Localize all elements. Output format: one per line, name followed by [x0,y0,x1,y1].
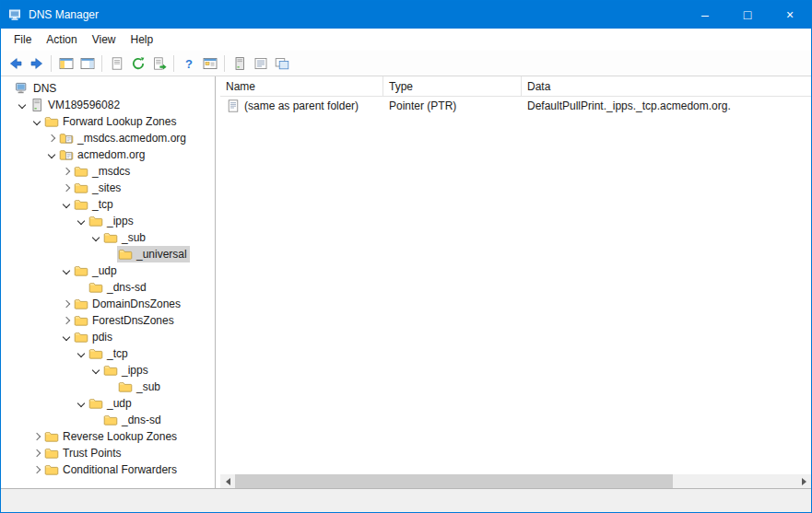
minimize-button[interactable]: – [684,1,726,29]
tree-item[interactable]: _msdcs [1,163,215,180]
chevron-down-icon[interactable] [30,113,43,130]
tree-item[interactable]: _tcp [1,196,215,213]
close-button[interactable]: × [769,1,811,29]
tree-item-label: VM189596082 [48,99,120,111]
chevron-down-icon[interactable] [60,329,73,345]
tree-item[interactable]: _sub [1,379,215,395]
tree-indent [1,437,30,437]
back-icon[interactable] [5,52,26,74]
tree-item-label: _universal [136,248,187,261]
tree-item[interactable]: _udp [1,262,215,279]
refresh-icon[interactable] [127,52,148,74]
scroll-right-button[interactable] [796,474,811,488]
scroll-left-button[interactable] [220,474,235,488]
tree-item[interactable]: _msdcs.acmedom.org [1,130,215,146]
chevron-down-icon[interactable] [60,196,73,213]
tree-item[interactable]: Forward Lookup Zones [1,113,215,130]
tree-item-content: Conditional Forwarders [43,461,180,478]
column-header-name[interactable]: Name [220,76,383,96]
tree-item[interactable]: _ipps [1,362,215,379]
tree-item[interactable]: acmedom.org [1,146,215,163]
tree-item[interactable]: pdis [1,329,215,345]
chevron-right-icon[interactable] [60,312,73,329]
titlebar[interactable]: DNS Manager –□× [1,1,811,29]
help-icon[interactable]: ? [178,52,199,74]
menu-help[interactable]: Help [124,29,161,50]
tree-item-label: _sites [92,181,121,194]
chevron-down-icon[interactable] [75,395,88,412]
console-window-icon[interactable] [199,52,220,74]
tree-item[interactable]: _dns-sd [1,412,215,428]
column-header-type[interactable]: Type [383,76,522,96]
chevron-down-icon[interactable] [16,97,29,113]
maximize-button[interactable]: □ [726,1,769,29]
tree-item[interactable]: _sub [1,229,215,246]
folder-icon [103,363,118,378]
show-hide-tree-icon[interactable] [55,52,76,74]
menu-action[interactable]: Action [39,29,84,50]
forward-icon[interactable] [26,52,47,74]
chevron-down-icon[interactable] [45,146,58,163]
server-status-icon[interactable] [229,52,250,74]
tree-item[interactable]: Trust Points [1,445,215,461]
tree-item-label: _dns-sd [122,414,161,426]
chevron-right-icon[interactable] [60,163,73,180]
tree-item[interactable]: ForestDnsZones [1,312,215,329]
tree-item[interactable]: _universal [1,246,215,262]
menu-file[interactable]: File [6,29,39,50]
scrollbar-thumb[interactable] [235,474,673,488]
folder-icon [44,462,59,477]
export-list-icon[interactable] [148,52,170,74]
chevron-right-icon[interactable] [45,130,58,146]
tree-item[interactable]: Reverse Lookup Zones [1,428,215,445]
list-row[interactable]: (same as parent folder)Pointer (PTR)Defa… [220,97,811,114]
cell-name-text: (same as parent folder) [244,99,359,112]
tree-item-label: ForestDnsZones [92,314,174,327]
tree-indent [1,287,75,288]
tree-item-label: _sub [122,231,146,244]
tree-item-content: _dns-sd [88,279,149,296]
tree-item[interactable]: _ipps [1,213,215,229]
tree-item-label: Forward Lookup Zones [63,115,176,128]
cell-name: (same as parent folder) [220,99,383,113]
tree-item[interactable]: _sites [1,180,215,196]
horizontal-scrollbar[interactable] [220,474,811,488]
menu-view[interactable]: View [85,29,124,50]
chevron-right-icon[interactable] [60,296,73,312]
chevron-down-icon[interactable] [89,362,102,379]
record-list-icon[interactable] [250,52,271,74]
filter-icon[interactable] [271,52,292,74]
chevron-right-icon[interactable] [30,461,43,478]
chevron-right-icon[interactable] [30,445,43,461]
tree-item[interactable]: _udp [1,395,215,412]
tree-item-content: _sub [117,379,163,395]
tree-item[interactable]: VM189596082 [1,97,215,113]
chevron-down-icon[interactable] [75,213,88,229]
properties-icon[interactable] [106,52,127,74]
tree-item[interactable]: DomainDnsZones [1,296,215,312]
show-hide-action-pane-icon[interactable] [76,52,98,74]
chevron-down-icon[interactable] [75,345,88,362]
tree-item-label: pdis [92,331,112,344]
toolbar-separator [173,55,174,72]
tree-item[interactable]: _tcp [1,345,215,362]
chevron-down-icon[interactable] [60,262,73,279]
tree-item[interactable]: DNS [1,80,215,97]
chevron-right-icon[interactable] [60,180,73,196]
tree-indent [1,171,60,172]
tree-item[interactable]: Conditional Forwarders [1,461,215,478]
tree-item[interactable]: _dns-sd [1,279,215,296]
dns-manager-window: DNS Manager –□× FileActionViewHelp ? DNS… [0,0,812,513]
tree-item-label: acmedom.org [77,148,145,161]
scrollbar-track[interactable] [235,474,796,488]
tree-indent [1,105,16,106]
tree-indent [1,470,30,471]
column-header-data[interactable]: Data [522,76,811,96]
tree-indent [1,188,60,189]
tree-indent [1,370,89,371]
chevron-down-icon[interactable] [89,229,102,246]
tree-item-content: _ipps [102,362,151,379]
chevron-right-icon[interactable] [30,428,43,445]
tree-item-content: _tcp [88,345,131,362]
tree-indent [1,271,60,272]
